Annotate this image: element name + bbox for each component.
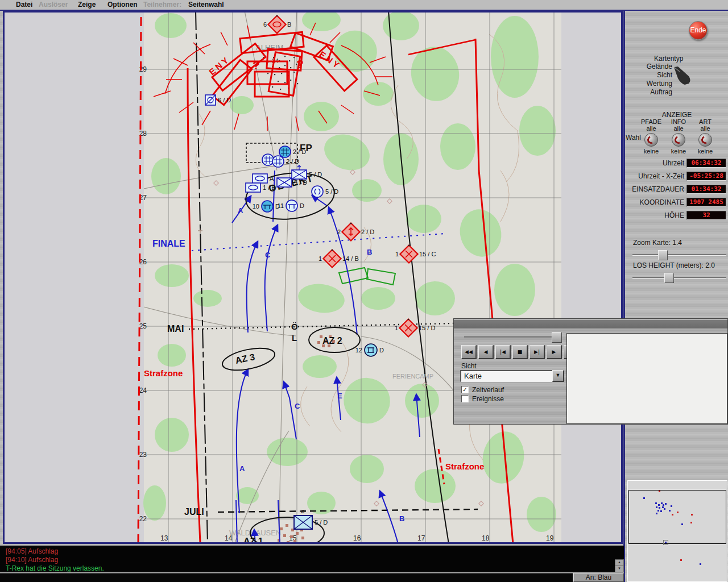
playback-button-0[interactable]: ◀◀: [461, 345, 477, 359]
info-knob-icon[interactable]: [672, 133, 685, 147]
svg-text:1: 1: [318, 255, 322, 262]
ende-button[interactable]: Ende: [689, 21, 708, 40]
kartentyp-title: Kartentyp: [654, 55, 683, 63]
playback-buttons: ◀◀◀|◀■▶|▶▶▶: [461, 345, 579, 359]
checkbox-label: Ereignisse: [472, 395, 504, 403]
event-listbox[interactable]: [566, 333, 727, 424]
readout-label: Uhrzeit: [663, 159, 684, 167]
strafzone-right-label: Strafzone: [445, 462, 484, 471]
readout-einsatzdauer: EINSATZDAUER01:34:32: [632, 185, 726, 193]
menu-item-teilnehmer: Teilnehmer:: [143, 1, 181, 9]
knob-alle-label: alle: [690, 125, 721, 132]
playback-button-1[interactable]: ◀: [478, 345, 494, 359]
unit-symbol-rect-ellipse[interactable]: 1 / B: [246, 183, 276, 192]
knob-name: ART: [690, 118, 721, 125]
minimap-unit-dot-blue: [669, 510, 671, 512]
readout-value: 06:34:32: [686, 159, 726, 168]
svg-text:B: B: [399, 514, 404, 523]
svg-text:25: 25: [139, 322, 147, 330]
svg-text:A: A: [238, 206, 243, 215]
readout-value: 32: [686, 211, 726, 220]
l-label: L: [292, 333, 297, 343]
svg-text:22: 22: [139, 515, 147, 523]
strafzone-left-label: Strafzone: [144, 368, 183, 378]
sicht-dropdown-arrow-icon[interactable]: ▼: [552, 370, 564, 382]
playback-button-5[interactable]: ▶: [547, 345, 562, 359]
checkbox-ereignisse[interactable]: Ereignisse: [461, 394, 504, 403]
anzeige-knob-col-pfade: PFADEallekeine: [636, 118, 667, 155]
kartentyp-option-auftrag[interactable]: Auftrag: [626, 88, 672, 97]
kartentyp-pointer-icon[interactable]: [673, 66, 697, 90]
playback-button-3[interactable]: ■: [512, 345, 528, 359]
knob-alle-label: alle: [636, 125, 667, 132]
kartentyp-options: GeländeSichtWertungAuftrag: [626, 63, 672, 97]
timeline-slider-thumb[interactable]: [552, 332, 562, 343]
zoom-karte-label: Zoom Karte: 1.4: [633, 239, 682, 247]
svg-text:15 / D: 15 / D: [419, 325, 435, 331]
zoom-karte-slider-thumb[interactable]: [658, 250, 668, 260]
kartentyp-option-wertung[interactable]: Wertung: [626, 80, 672, 88]
application-window: DateiAuslöserZeigeOptionenTeilnehmer:Sei…: [0, 0, 728, 582]
minimap-unit-dot-red: [672, 514, 673, 516]
svg-text:5 / D: 5 / D: [294, 179, 307, 186]
unit-symbol-rect-ellipse[interactable]: A: [253, 174, 274, 183]
sicht-dropdown[interactable]: Karte: [460, 370, 556, 382]
los-height-slider[interactable]: [632, 277, 726, 278]
svg-text:1: 1: [395, 325, 398, 331]
svg-text:5 / D: 5 / D: [325, 188, 338, 195]
readout-label: Uhrzeit - X-Zeit: [638, 172, 684, 180]
menu-item-seitenwahl[interactable]: Seitenwahl: [188, 1, 224, 9]
menu-item-optionen[interactable]: Optionen: [107, 1, 138, 9]
menu-item-datei[interactable]: Datei: [16, 1, 32, 9]
readout-value: 01:34:32: [686, 185, 726, 194]
readout-uhrzeitxzeit: Uhrzeit - X-Zeit-05:25:28: [638, 172, 726, 180]
playback-panel-titlebar[interactable]: [454, 320, 727, 329]
minimap-unit-dot-blue: [660, 510, 662, 512]
art-knob-icon[interactable]: [698, 133, 712, 147]
anzeige-knob-col-art: ARTallekeine: [690, 118, 721, 155]
checkbox-box-icon[interactable]: [461, 395, 469, 402]
knob-name: PFADE: [636, 118, 667, 125]
zoom-karte-slider[interactable]: [632, 254, 726, 256]
readout-value: 1907 2485: [686, 198, 726, 207]
checkbox-zeitverlauf[interactable]: ✓Zeitverlauf: [461, 385, 504, 394]
minimap-unit-dot-blue: [643, 497, 645, 499]
console-lines: [94:05] Aufschlag[94:10] AufschlagT-Rex …: [6, 547, 104, 573]
playback-button-2[interactable]: |◀: [495, 345, 511, 359]
map-window[interactable]: {"":""}: [3, 11, 623, 544]
pfade-knob-icon[interactable]: [644, 133, 658, 147]
svg-text:1: 1: [395, 251, 399, 257]
kartentyp-option-sicht[interactable]: Sicht: [626, 71, 672, 80]
kartentyp-option-gelände[interactable]: Gelände: [626, 63, 672, 71]
los-height-slider-thumb[interactable]: [664, 273, 674, 283]
chat-input[interactable]: [0, 573, 573, 582]
svg-text:C: C: [295, 402, 300, 410]
chat-target-button[interactable]: An: Blau: [573, 573, 624, 582]
svg-text:D: D: [379, 347, 384, 354]
svg-text:10: 10: [253, 203, 259, 210]
playback-panel: ◀◀◀|◀■▶|▶▶▶ Sicht Karte ▼ ✓ZeitverlaufEr…: [453, 318, 728, 425]
svg-text:B: B: [287, 21, 291, 28]
svg-text:ø: ø: [301, 508, 305, 514]
sidebar-divider: [623, 11, 625, 582]
svg-text:13: 13: [160, 534, 168, 542]
minimap-unit-dot-blue: [659, 507, 660, 509]
unit-symbol-circle-grid[interactable]: [262, 154, 274, 165]
place-feriencamp: FERIENCAMP: [392, 373, 433, 380]
knob-alle-label: alle: [663, 125, 694, 132]
minimap[interactable]: [627, 480, 727, 582]
svg-text:19: 19: [546, 534, 554, 542]
console-message: [94:05] Aufschlag: [6, 547, 104, 556]
timeline-slider[interactable]: [464, 336, 560, 338]
message-console[interactable]: [94:05] Aufschlag[94:10] AufschlagT-Rex …: [0, 546, 624, 572]
readout-label: EINSATZDAUER: [632, 185, 684, 193]
menu-item-zeige[interactable]: Zeige: [78, 1, 96, 9]
minimap-unit-dot-blue: [681, 523, 683, 525]
map-canvas[interactable]: {"":""}: [3, 11, 623, 544]
playback-button-4[interactable]: ▶|: [530, 345, 545, 359]
minimap-unit-dot-blue: [663, 504, 664, 506]
checkbox-box-icon[interactable]: ✓: [461, 386, 469, 393]
svg-text:1 / B: 1 / B: [263, 184, 276, 191]
phase-line-finale-label: FINALE: [152, 239, 185, 248]
minimap-unit-dot-blue: [655, 502, 657, 504]
